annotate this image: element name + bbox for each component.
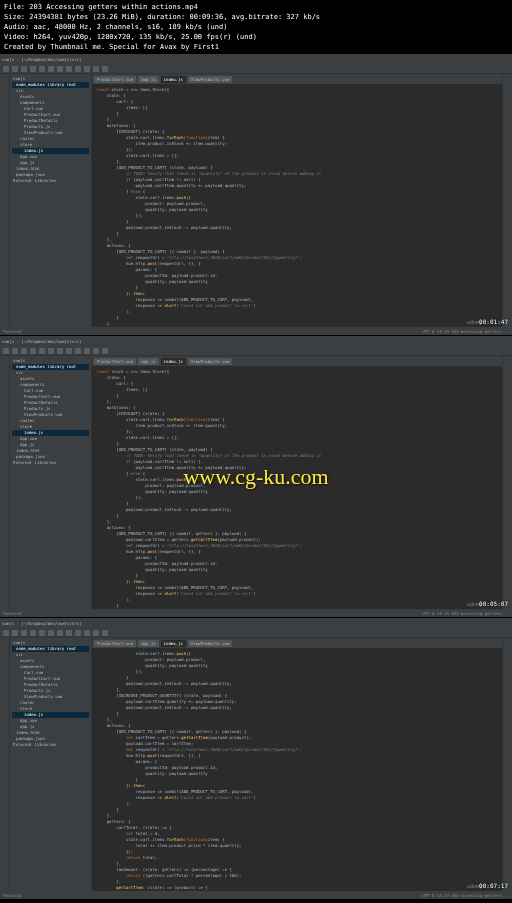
toolbar-icon[interactable] bbox=[30, 66, 36, 72]
toolbar-icon[interactable] bbox=[30, 348, 36, 354]
media-audio: Audio: aac, 48000 Hz, 2 channels, s16, 1… bbox=[4, 22, 508, 32]
tree-item[interactable]: External Libraries bbox=[12, 742, 89, 748]
toolbar-icon[interactable] bbox=[30, 630, 36, 636]
toolbar-icon[interactable] bbox=[39, 348, 45, 354]
toolbar-icon[interactable] bbox=[48, 348, 54, 354]
timestamp: 00:07:17 bbox=[479, 882, 508, 889]
tree-item[interactable]: External Libraries bbox=[12, 460, 89, 466]
project-sidebar[interactable]: vuejsnode_modules library rootsrcassetsc… bbox=[10, 356, 92, 609]
titlebar: vuejs - [~/Dropbox/dev/vuejs/src] bbox=[0, 336, 512, 346]
right-tool-strip[interactable] bbox=[502, 638, 512, 891]
left-tool-strip[interactable] bbox=[0, 356, 10, 609]
editor-tab[interactable]: index.js bbox=[161, 76, 186, 83]
toolbar-icon[interactable] bbox=[66, 348, 72, 354]
toolbar-icon[interactable] bbox=[21, 66, 27, 72]
toolbar-icon[interactable] bbox=[12, 66, 18, 72]
status-bar: Terminal UTF-8 14:19 203-accessing-gette… bbox=[0, 327, 512, 335]
timestamp: 00:01:47 bbox=[479, 318, 508, 325]
toolbar-icon[interactable] bbox=[57, 348, 63, 354]
code-editor[interactable]: state.cart.items.push({ product: payload… bbox=[92, 648, 502, 891]
toolbar-icon[interactable] bbox=[75, 66, 81, 72]
code-editor[interactable]: const store = new Vuex.Store({ state: { … bbox=[92, 366, 502, 609]
status-bar: Terminal UTF-8 14:19 203-accessing-gette… bbox=[0, 609, 512, 617]
media-size: Size: 24394381 bytes (23.26 MiB), durati… bbox=[4, 12, 508, 22]
media-file: File: 203 Accessing getters within actio… bbox=[4, 2, 508, 12]
editor-tab[interactable]: ViewProducts.vue bbox=[188, 640, 233, 647]
status-right: UTF-8 14:19 203-accessing-getters... bbox=[422, 611, 509, 616]
status-bar: Terminal UTF-8 14:19 203-accessing-gette… bbox=[0, 891, 512, 899]
project-sidebar[interactable]: vuejsnode_modules library rootsrcassetsc… bbox=[10, 638, 92, 891]
editor-tab[interactable]: index.js bbox=[161, 640, 186, 647]
ide-window: vuejs - [~/Dropbox/dev/vuejs/src] vuejsn… bbox=[0, 618, 512, 900]
toolbar-icon[interactable] bbox=[66, 630, 72, 636]
editor-tab[interactable]: ViewProducts.vue bbox=[188, 76, 233, 83]
editor-tab[interactable]: app.js bbox=[138, 640, 158, 647]
toolbar-icon[interactable] bbox=[39, 630, 45, 636]
status-right: UTF-8 14:19 203-accessing-getters... bbox=[422, 329, 509, 334]
toolbar-icon[interactable] bbox=[12, 348, 18, 354]
toolbar-icon[interactable] bbox=[66, 66, 72, 72]
tree-item[interactable]: External Libraries bbox=[12, 178, 89, 184]
media-video: Video: h264, yuv420p, 1280x720, 135 kb/s… bbox=[4, 32, 508, 42]
project-sidebar[interactable]: vuejsnode_modules library rootsrcassetsc… bbox=[10, 74, 92, 327]
status-right: UTF-8 14:19 203-accessing-getters... bbox=[422, 893, 509, 898]
ide-window: vuejs - [~/Dropbox/dev/vuejs/src] vuejsn… bbox=[0, 54, 512, 336]
toolbar-icon[interactable] bbox=[75, 630, 81, 636]
toolbar bbox=[0, 628, 512, 638]
toolbar-icon[interactable] bbox=[102, 66, 108, 72]
toolbar-icon[interactable] bbox=[93, 66, 99, 72]
toolbar-icon[interactable] bbox=[39, 66, 45, 72]
status-left[interactable]: Terminal bbox=[3, 611, 22, 616]
toolbar-icon[interactable] bbox=[57, 630, 63, 636]
editor-tab[interactable]: ProductCart.vue bbox=[94, 640, 136, 647]
editor-tab[interactable]: ViewProducts.vue bbox=[188, 358, 233, 365]
toolbar-icon[interactable] bbox=[102, 630, 108, 636]
toolbar-icon[interactable] bbox=[57, 66, 63, 72]
toolbar-icon[interactable] bbox=[84, 630, 90, 636]
toolbar bbox=[0, 64, 512, 74]
media-created: Created by Thumbnail me. Special for Ava… bbox=[4, 42, 508, 52]
toolbar-icon[interactable] bbox=[93, 348, 99, 354]
toolbar-icon[interactable] bbox=[12, 630, 18, 636]
media-info-block: File: 203 Accessing getters within actio… bbox=[0, 0, 512, 54]
status-left[interactable]: Terminal bbox=[3, 893, 22, 898]
left-tool-strip[interactable] bbox=[0, 74, 10, 327]
status-left[interactable]: Terminal bbox=[3, 329, 22, 334]
right-tool-strip[interactable] bbox=[502, 74, 512, 327]
toolbar-icon[interactable] bbox=[48, 630, 54, 636]
editor-tabs: ProductCart.vueapp.jsindex.jsViewProduct… bbox=[92, 356, 502, 366]
toolbar-icon[interactable] bbox=[3, 630, 9, 636]
toolbar-icon[interactable] bbox=[75, 348, 81, 354]
titlebar: vuejs - [~/Dropbox/dev/vuejs/src] bbox=[0, 618, 512, 628]
ide-window: vuejs - [~/Dropbox/dev/vuejs/src] vuejsn… bbox=[0, 336, 512, 618]
toolbar-icon[interactable] bbox=[84, 66, 90, 72]
editor-tab[interactable]: ProductCart.vue bbox=[94, 76, 136, 83]
timestamp: 00:05:07 bbox=[479, 600, 508, 607]
toolbar-icon[interactable] bbox=[93, 630, 99, 636]
left-tool-strip[interactable] bbox=[0, 638, 10, 891]
toolbar-icon[interactable] bbox=[3, 66, 9, 72]
toolbar-icon[interactable] bbox=[102, 348, 108, 354]
toolbar-icon[interactable] bbox=[3, 348, 9, 354]
editor-tab[interactable]: ProductCart.vue bbox=[94, 358, 136, 365]
right-tool-strip[interactable] bbox=[502, 356, 512, 609]
editor-tabs: ProductCart.vueapp.jsindex.jsViewProduct… bbox=[92, 74, 502, 84]
editor-tab[interactable]: app.js bbox=[138, 358, 158, 365]
editor-tab[interactable]: index.js bbox=[161, 358, 186, 365]
editor-tabs: ProductCart.vueapp.jsindex.jsViewProduct… bbox=[92, 638, 502, 648]
toolbar-icon[interactable] bbox=[84, 348, 90, 354]
editor-tab[interactable]: app.js bbox=[138, 76, 158, 83]
toolbar-icon[interactable] bbox=[21, 348, 27, 354]
titlebar: vuejs - [~/Dropbox/dev/vuejs/src] bbox=[0, 54, 512, 64]
toolbar-icon[interactable] bbox=[48, 66, 54, 72]
toolbar bbox=[0, 346, 512, 356]
toolbar-icon[interactable] bbox=[21, 630, 27, 636]
code-editor[interactable]: const store = new Vuex.Store({ state: { … bbox=[92, 84, 502, 327]
